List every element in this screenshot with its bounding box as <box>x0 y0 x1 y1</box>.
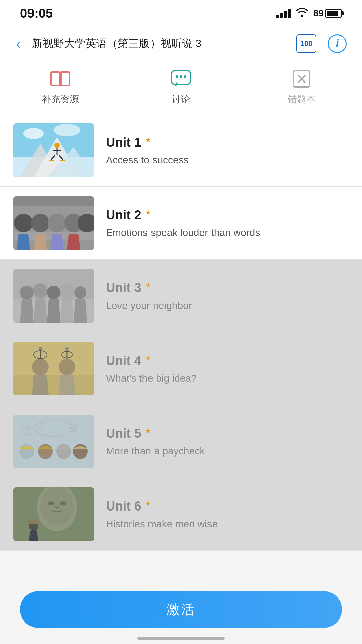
score-button[interactable]: 100 <box>295 32 318 55</box>
svg-point-49 <box>39 347 42 350</box>
svg-point-29 <box>14 214 33 232</box>
wifi-icon <box>296 8 308 19</box>
unit-2-thumbnail <box>13 196 94 250</box>
svg-point-64 <box>48 501 54 505</box>
unit-1-name: Unit 1 <box>106 135 141 150</box>
unit-item[interactable]: Unit 1 * Access to success <box>0 114 362 187</box>
status-time: 09:05 <box>20 6 53 21</box>
unit-4-subtitle: What's the big idea? <box>106 373 349 384</box>
svg-rect-1 <box>61 72 70 86</box>
unit-4-star: * <box>146 354 151 368</box>
unit-5-title-row: Unit 5 * <box>106 426 349 441</box>
svg-point-60 <box>73 444 88 459</box>
unit-3-thumbnail <box>13 269 94 323</box>
svg-point-20 <box>54 143 60 148</box>
home-indicator <box>137 637 225 640</box>
svg-rect-51 <box>13 375 94 395</box>
unit-4-info: Unit 4 * What's the big idea? <box>106 354 349 384</box>
unit-5-star: * <box>146 426 151 440</box>
book-icon <box>48 69 72 89</box>
svg-point-36 <box>20 286 34 299</box>
svg-point-43 <box>32 359 49 375</box>
signal-icon <box>276 9 291 18</box>
unit-4-thumbnail <box>13 342 94 395</box>
tab-discussion[interactable]: 讨论 <box>121 69 241 106</box>
unit-1-star: * <box>146 135 151 149</box>
svg-point-30 <box>31 214 50 232</box>
svg-point-63 <box>40 487 74 525</box>
info-button[interactable]: i <box>326 32 349 55</box>
tab-discussion-label: 讨论 <box>172 93 190 106</box>
svg-point-7 <box>184 75 186 78</box>
unit-3-star: * <box>146 281 151 295</box>
svg-rect-52 <box>13 415 94 468</box>
svg-point-44 <box>59 359 75 375</box>
unit-2-title-row: Unit 2 * <box>106 208 349 222</box>
unit-1-thumbnail <box>13 123 94 177</box>
tab-resources[interactable]: 补充资源 <box>0 69 121 106</box>
tab-mistakes[interactable]: 错题本 <box>241 69 362 106</box>
unit-6-title-row: Unit 6 * <box>106 499 349 514</box>
unit-item[interactable]: Unit 5 * More than a paycheck <box>0 405 362 478</box>
svg-point-37 <box>33 283 48 298</box>
svg-rect-0 <box>51 72 60 86</box>
unit-5-subtitle: More than a paycheck <box>106 445 349 457</box>
unit-4-name: Unit 4 <box>106 354 141 368</box>
unit-6-thumbnail <box>13 487 94 541</box>
svg-point-65 <box>60 501 66 505</box>
svg-point-39 <box>60 283 74 298</box>
unit-2-star: * <box>146 208 151 222</box>
unit-6-info: Unit 6 * Histories make men wise <box>106 499 349 530</box>
unit-2-name: Unit 2 <box>106 208 141 222</box>
svg-point-57 <box>19 444 34 459</box>
header: ‹ 新视野大学英语（第三版）视听说 3 100 i <box>0 27 362 60</box>
tab-resources-label: 补充资源 <box>42 93 79 106</box>
unit-3-name: Unit 3 <box>106 281 141 295</box>
unit-5-name: Unit 5 <box>106 426 141 441</box>
unit-3-info: Unit 3 * Love your neighbor <box>106 281 349 311</box>
svg-point-6 <box>180 75 182 78</box>
header-title: 新视野大学英语（第三版）视听说 3 <box>32 36 287 51</box>
unit-list: Unit 1 * Access to success <box>0 114 362 551</box>
svg-rect-68 <box>32 520 36 524</box>
unit-4-title-row: Unit 4 * <box>106 354 349 368</box>
unit-item[interactable]: Unit 6 * Histories make men wise <box>0 478 362 551</box>
svg-point-50 <box>65 347 69 350</box>
unit-1-info: Unit 1 * Access to success <box>106 135 349 166</box>
battery-icon: 89 <box>313 8 342 19</box>
tab-bar: 补充资源 讨论 错题本 <box>0 60 362 114</box>
unit-1-title-row: Unit 1 * <box>106 135 349 150</box>
svg-point-58 <box>38 444 53 459</box>
unit-5-info: Unit 5 * More than a paycheck <box>106 426 349 457</box>
unit-1-subtitle: Access to success <box>106 154 349 166</box>
errbook-icon <box>290 69 314 89</box>
unit-item[interactable]: Unit 2 * Emotions speak louder than word… <box>0 187 362 260</box>
svg-point-40 <box>74 286 86 299</box>
tab-mistakes-label: 错题本 <box>288 93 316 106</box>
unit-6-name: Unit 6 <box>106 499 141 514</box>
unit-5-thumbnail <box>13 415 94 468</box>
unit-2-subtitle: Emotions speak louder than words <box>106 227 349 238</box>
status-icons: 89 <box>276 8 342 19</box>
activate-button[interactable]: 激活 <box>20 591 342 628</box>
unit-3-subtitle: Love your neighbor <box>106 300 349 311</box>
unit-item[interactable]: Unit 4 * What's the big idea? <box>0 332 362 405</box>
back-button[interactable]: ‹ <box>13 33 24 55</box>
svg-point-31 <box>48 214 66 232</box>
unit-2-info: Unit 2 * Emotions speak louder than word… <box>106 208 349 238</box>
status-bar: 09:05 89 <box>0 0 362 27</box>
unit-item[interactable]: Unit 3 * Love your neighbor <box>0 260 362 332</box>
svg-point-5 <box>176 75 178 78</box>
svg-point-18 <box>23 128 44 139</box>
bottom-area: 激活 <box>0 582 362 644</box>
unit-6-subtitle: Histories make men wise <box>106 518 349 530</box>
unit-6-star: * <box>146 499 151 513</box>
unit-3-title-row: Unit 3 * <box>106 281 349 295</box>
svg-point-59 <box>56 444 71 459</box>
svg-point-38 <box>47 286 60 299</box>
svg-point-19 <box>54 124 80 136</box>
chat-icon <box>169 69 193 89</box>
